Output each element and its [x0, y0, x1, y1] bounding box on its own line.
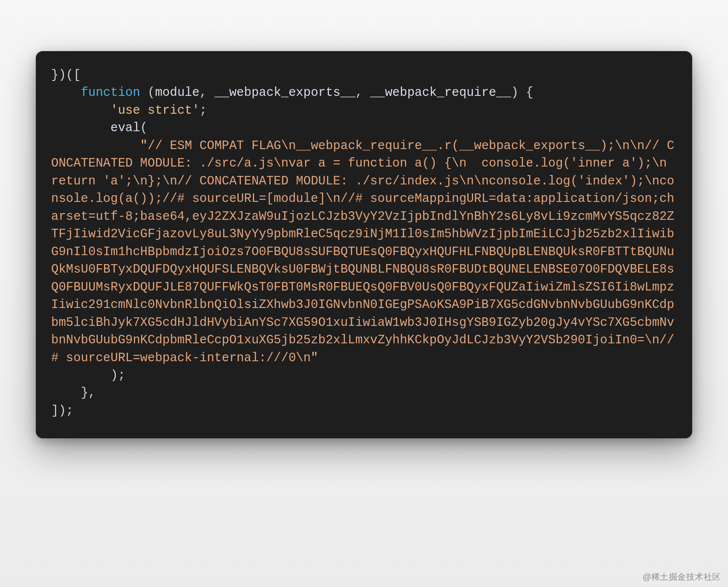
esm-flag: // ESM COMPAT FLAG — [147, 139, 281, 153]
pad2 — [667, 156, 682, 170]
str-close: " — [311, 351, 318, 365]
page-container: })([ function (module, __webpack_exports… — [0, 0, 728, 587]
concat-index-header: // CONCATENATED MODULE: ./src/index.js — [177, 174, 459, 188]
indent — [51, 139, 140, 153]
comma: , — [355, 86, 370, 100]
indent — [51, 104, 110, 118]
esc-n: \n — [326, 192, 341, 206]
base64-blob: eyJ2ZXJzaW9uIjozLCJzb3VyY2VzIjpbIndlYnBh… — [51, 210, 674, 347]
keyword-function: function — [81, 86, 140, 100]
fn-open: ( — [140, 86, 155, 100]
esc-n: \n — [652, 156, 667, 170]
var-a: var a = function a() { — [289, 156, 452, 170]
semi: ; — [199, 104, 207, 118]
console-inner: console.log('inner a'); — [481, 156, 652, 170]
esc-n: \n — [615, 139, 630, 153]
pad2 — [467, 156, 482, 170]
code-block: })([ function (module, __webpack_exports… — [51, 66, 677, 420]
esc-n: \n — [459, 174, 474, 188]
return-a: return 'a'; — [51, 174, 133, 188]
param-exports: __webpack_exports__ — [214, 86, 355, 100]
use-strict: 'use strict' — [110, 104, 199, 118]
code-card: })([ function (module, __webpack_exports… — [36, 51, 692, 438]
eval-open: ( — [140, 121, 147, 135]
esc-n: \n — [474, 174, 489, 188]
esc-n: \n — [162, 174, 177, 188]
code-line-open: })([ — [51, 68, 81, 82]
eval-close: ); — [51, 368, 125, 383]
esc-n: \n — [133, 174, 147, 188]
require-r: __webpack_require__.r(__webpack_exports_… — [296, 139, 615, 153]
esc-n: \n — [281, 139, 296, 153]
esc-n: \n — [630, 139, 644, 153]
param-require: __webpack_require__ — [370, 86, 511, 100]
fn-close: ) { — [511, 86, 533, 100]
param-module: module — [155, 86, 199, 100]
fn-close-line: }, — [51, 386, 95, 400]
esc-n: \n — [644, 174, 659, 188]
esc-n: \n — [296, 351, 311, 365]
close-brace: }; — [147, 174, 162, 188]
esc-n: \n — [452, 156, 467, 170]
indent — [51, 86, 81, 100]
indent — [51, 121, 110, 135]
eval-call: eval — [110, 121, 140, 135]
str-open: " — [140, 139, 147, 153]
esc-n: \n — [274, 156, 289, 170]
comma: , — [199, 86, 214, 100]
watermark-text: @稀土掘金技术社区 — [642, 571, 721, 583]
console-index: console.log('index'); — [489, 174, 644, 188]
esc-n: \n — [644, 333, 659, 347]
srcurl-module: //# sourceURL=[module] — [162, 192, 326, 206]
arr-close-line: ]); — [51, 404, 73, 418]
